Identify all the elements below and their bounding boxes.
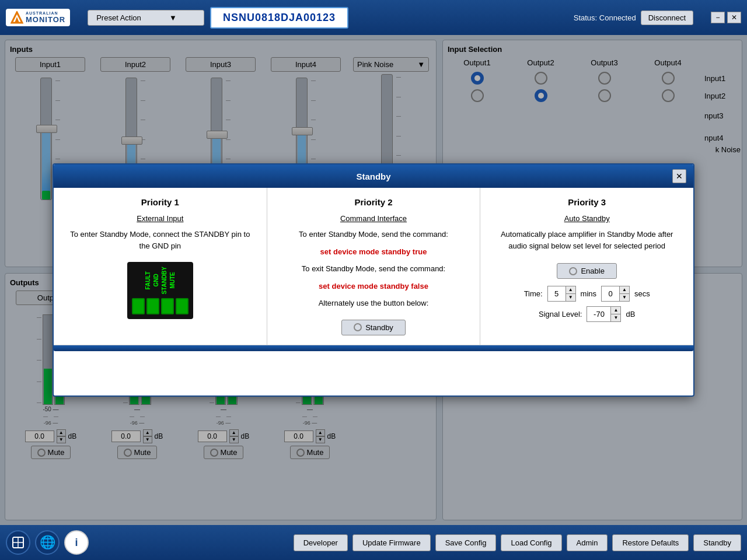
time-row: Time: 5 ▲ ▼ mins 0 ▲ bbox=[492, 286, 682, 302]
secs-label: secs bbox=[634, 289, 650, 298]
save-config-button[interactable]: Save Config bbox=[435, 534, 497, 551]
logo-icon bbox=[11, 11, 23, 24]
standby-modal: Standby ✕ Priority 1 External Input To e… bbox=[53, 163, 694, 397]
conn-label-standby: STANDBY bbox=[161, 267, 167, 295]
preset-dropdown[interactable]: Preset Action ▼ bbox=[88, 10, 204, 26]
priority2-text1: To enter Standby Mode, send the command: bbox=[279, 229, 469, 240]
priority3-col: Priority 3 Auto Standby Automatically pl… bbox=[480, 188, 693, 345]
info-letter: i bbox=[75, 537, 78, 549]
connector-image: FAULT GND STANDBY MUTE bbox=[127, 262, 193, 319]
signal-value[interactable]: -70 bbox=[587, 309, 610, 320]
mins-down-button[interactable]: ▼ bbox=[566, 294, 575, 301]
footer: 🌐 i Developer Update Firmware Save Confi… bbox=[0, 525, 747, 560]
enable-radio-icon bbox=[569, 267, 577, 275]
signal-spinbox-btns: ▲ ▼ bbox=[610, 307, 620, 321]
conn-label-fault: FAULT bbox=[145, 267, 151, 295]
book-icon bbox=[12, 536, 25, 549]
preset-label: Preset Action bbox=[94, 13, 144, 22]
time-label: Time: bbox=[524, 289, 543, 298]
priority1-title: Priority 1 bbox=[65, 197, 255, 207]
signal-up-button[interactable]: ▲ bbox=[611, 307, 620, 314]
restore-defaults-button[interactable]: Restore Defaults bbox=[612, 534, 689, 551]
enable-button[interactable]: Enable bbox=[557, 263, 616, 279]
dropdown-arrow-icon: ▼ bbox=[148, 13, 198, 22]
minimize-button[interactable]: − bbox=[711, 12, 725, 23]
status-area: Status: Connected Disconnect bbox=[574, 10, 693, 25]
mins-spinbox: 5 ▲ ▼ bbox=[547, 286, 576, 302]
priority2-col: Priority 2 Command Interface To enter St… bbox=[267, 188, 481, 345]
priority2-title: Priority 2 bbox=[279, 197, 469, 207]
status-text: Status: Connected bbox=[574, 13, 636, 22]
priority2-text2: To exit Standby Mode, send the command: bbox=[279, 263, 469, 275]
priority2-subtitle: Command Interface bbox=[279, 214, 469, 223]
mins-spinbox-btns: ▲ ▼ bbox=[566, 286, 575, 301]
conn-pin-3 bbox=[161, 298, 174, 314]
enable-row: Enable bbox=[492, 258, 682, 279]
standby-footer-button[interactable]: Standby bbox=[693, 534, 741, 551]
mins-label: mins bbox=[581, 289, 596, 298]
svg-marker-1 bbox=[15, 17, 19, 23]
signal-down-button[interactable]: ▼ bbox=[611, 314, 620, 321]
conn-pin-1 bbox=[132, 298, 145, 314]
secs-spinbox: 0 ▲ ▼ bbox=[601, 286, 630, 302]
modal-overlay: Standby ✕ Priority 1 External Input To e… bbox=[0, 35, 747, 525]
logo-aus: AUSTRALIAN bbox=[26, 11, 65, 15]
modal-close-button[interactable]: ✕ bbox=[672, 169, 686, 183]
mins-up-button[interactable]: ▲ bbox=[566, 286, 575, 294]
standby-command-button[interactable]: Standby bbox=[341, 320, 406, 335]
web-icon[interactable]: 🌐 bbox=[35, 530, 60, 555]
update-firmware-button[interactable]: Update Firmware bbox=[352, 534, 431, 551]
modal-body: Priority 1 External Input To enter Stand… bbox=[54, 188, 693, 345]
secs-down-button[interactable]: ▼ bbox=[620, 294, 629, 301]
signal-spinbox: -70 ▲ ▼ bbox=[587, 306, 621, 322]
info-icon[interactable]: i bbox=[64, 530, 89, 555]
priority1-text: To enter Standby Mode, connect the STAND… bbox=[65, 229, 255, 251]
developer-button[interactable]: Developer bbox=[294, 534, 348, 551]
priority3-title: Priority 3 bbox=[492, 197, 682, 207]
load-config-button[interactable]: Load Config bbox=[501, 534, 561, 551]
conn-label-mute: MUTE bbox=[169, 267, 176, 295]
secs-up-button[interactable]: ▲ bbox=[620, 286, 629, 294]
priority1-col: Priority 1 External Input To enter Stand… bbox=[54, 188, 267, 345]
conn-label-gnd: GND bbox=[153, 267, 159, 295]
modal-header: Standby ✕ bbox=[54, 164, 693, 188]
standby-btn-label: Standby bbox=[365, 323, 393, 332]
disconnect-button[interactable]: Disconnect bbox=[641, 10, 693, 25]
modal-footer bbox=[54, 345, 693, 351]
priority2-cmd2: set device mode standby false bbox=[279, 281, 469, 292]
secs-value[interactable]: 0 bbox=[602, 288, 619, 299]
mins-value[interactable]: 5 bbox=[548, 288, 566, 299]
priority2-text3: Alternately use the button below: bbox=[279, 298, 469, 309]
priority2-cmd1: set device mode standby true bbox=[279, 246, 469, 258]
admin-button[interactable]: Admin bbox=[567, 534, 608, 551]
secs-spinbox-btns: ▲ ▼ bbox=[619, 286, 629, 301]
signal-db-label: dB bbox=[626, 310, 635, 318]
modal-title: Standby bbox=[75, 172, 672, 181]
window-controls: − ✕ bbox=[711, 12, 741, 23]
device-id: NSNU0818DJA00123 bbox=[210, 7, 348, 29]
priority3-text: Automatically place amplifier in Standby… bbox=[492, 229, 682, 251]
conn-pin-2 bbox=[146, 298, 159, 314]
logo-area: AUSTRALIAN MONITOR bbox=[6, 9, 82, 26]
manual-icon[interactable] bbox=[6, 530, 30, 555]
main-area: Inputs Input1 ——————— bbox=[0, 35, 747, 525]
priority3-subtitle: Auto Standby bbox=[492, 214, 682, 223]
standby-radio-icon bbox=[354, 323, 362, 331]
header: AUSTRALIAN MONITOR Preset Action ▼ NSNU0… bbox=[0, 0, 747, 35]
conn-pin-4 bbox=[176, 298, 189, 314]
logo-mon: MONITOR bbox=[26, 15, 65, 24]
enable-label: Enable bbox=[581, 267, 604, 275]
signal-level-row: Signal Level: -70 ▲ ▼ dB bbox=[492, 306, 682, 322]
logo-box: AUSTRALIAN MONITOR bbox=[6, 9, 70, 26]
priority1-subtitle: External Input bbox=[65, 214, 255, 223]
signal-label: Signal Level: bbox=[539, 310, 582, 318]
close-button[interactable]: ✕ bbox=[727, 12, 741, 23]
